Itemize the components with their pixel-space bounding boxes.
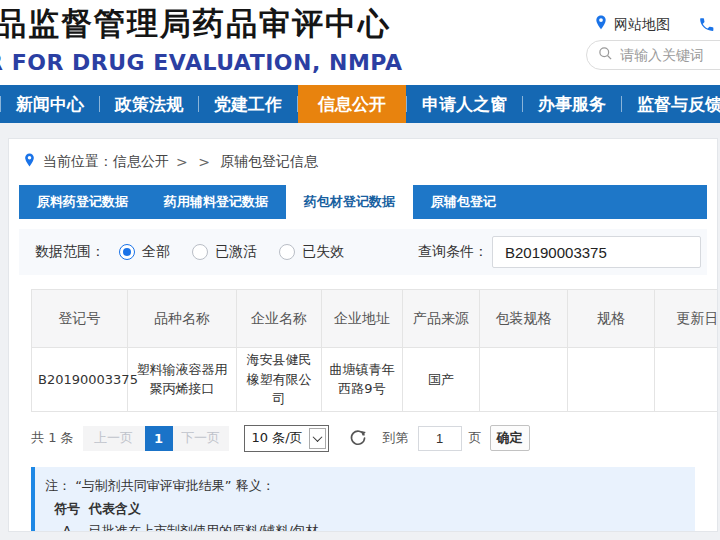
cell-update-date (655, 348, 719, 412)
note-meaning-header: 代表含义 (89, 499, 141, 519)
main-nav: 新闻中心 政策法规 党建工作 信息公开 申请人之窗 办事服务 监督与反馈 (0, 85, 720, 123)
chevron-down-icon (309, 428, 326, 449)
query-input[interactable] (492, 236, 701, 268)
sitemap-link[interactable]: 网站地图 (614, 16, 670, 34)
table-header-cell: 品种名称 (128, 290, 237, 348)
table-header-cell: 规格 (568, 290, 655, 348)
page-button-1[interactable]: 1 (145, 426, 173, 451)
radio-circle-icon (279, 244, 295, 260)
breadcrumb-separator: > > (176, 154, 213, 170)
breadcrumb-link-info-disclosure[interactable]: 信息公开 (113, 153, 169, 171)
radio-expired-label: 已失效 (302, 243, 344, 261)
search-icon (598, 46, 613, 65)
phone-icon (698, 16, 715, 33)
site-titles: 国家药品监督管理局药品审评中心 CENTER FOR DRUG EVALUATI… (0, 3, 402, 75)
table-header-cell: 登记号 (32, 290, 128, 348)
query-label: 查询条件： (418, 243, 488, 261)
radio-all[interactable]: 全部 (119, 243, 170, 261)
nav-item-applicant-window[interactable]: 申请人之窗 (407, 85, 522, 123)
radio-expired[interactable]: 已失效 (279, 243, 344, 261)
radio-activated[interactable]: 已激活 (192, 243, 257, 261)
cell-packaging-spec (480, 348, 568, 412)
note-title: 注： “与制剂共同审评审批结果” 释义： (45, 476, 681, 496)
scope-label: 数据范围： (35, 243, 105, 261)
nav-item-policy[interactable]: 政策法规 (100, 85, 198, 123)
cell-spec (568, 348, 655, 412)
note-box: 注： “与制剂共同审评审批结果” 释义： 符号 代表含义 A 已批准在上市制剂使… (31, 467, 695, 533)
note-column-headers: 符号 代表含义 (45, 499, 681, 519)
table-header-row: 登记号 品种名称 企业名称 企业地址 产品来源 包装规格 规格 更新日期 (32, 290, 719, 348)
note-row: A 已批准在上市制剂使用的原料/辅料/包材。 (45, 521, 681, 533)
cell-company-name: 海安县健民橡塑有限公司 (237, 348, 322, 412)
breadcrumb-current: 原辅包登记信息 (220, 153, 318, 171)
site-title-cn: 国家药品监督管理局药品审评中心 (0, 3, 402, 45)
table-header-cell: 企业名称 (237, 290, 322, 348)
search-box[interactable] (586, 40, 720, 70)
total-count: 共 1 条 (31, 429, 74, 447)
cell-product-source: 国产 (403, 348, 480, 412)
location-pin-icon (23, 152, 36, 172)
table-row: B20190003375 塑料输液容器用聚丙烯接口 海安县健民橡塑有限公司 曲塘… (32, 348, 719, 412)
page-size-select[interactable]: 10 条/页 (244, 425, 329, 452)
cell-company-address: 曲塘镇青年西路9号 (322, 348, 403, 412)
nav-item-info-disclosure[interactable]: 信息公开 (298, 85, 406, 123)
page-size-value: 10 条/页 (252, 429, 303, 447)
radio-all-label: 全部 (142, 243, 170, 261)
table-header-cell: 企业地址 (322, 290, 403, 348)
refresh-button[interactable] (349, 429, 367, 447)
nav-item-news[interactable]: 新闻中心 (1, 85, 99, 123)
header-topbar: 网站地图 (594, 14, 715, 35)
breadcrumb-prefix: 当前位置： (43, 153, 113, 171)
tab-api-registration-data[interactable]: 原料药登记数据 (19, 185, 146, 219)
page-background: 当前位置： 信息公开 > > 原辅包登记信息 原料药登记数据 药用辅料登记数据 … (0, 123, 720, 540)
data-table: 登记号 品种名称 企业名称 企业地址 产品来源 包装规格 规格 更新日期 B20… (31, 289, 718, 412)
cell-product-name: 塑料输液容器用聚丙烯接口 (128, 348, 237, 412)
site-title-en: CENTER FOR DRUG EVALUATION, NMPA (0, 50, 402, 75)
nav-item-services[interactable]: 办事服务 (523, 85, 621, 123)
note-symbol: A (45, 521, 89, 533)
note-meaning: 已批准在上市制剂使用的原料/辅料/包材。 (89, 521, 332, 533)
tab-raw-aux-pack-registration[interactable]: 原辅包登记 (413, 185, 514, 219)
refresh-icon (349, 429, 367, 447)
tab-bar: 原料药登记数据 药用辅料登记数据 药包材登记数据 原辅包登记 (19, 185, 707, 219)
note-symbol-header: 符号 (45, 499, 89, 519)
table-header-cell: 更新日期 (655, 290, 719, 348)
goto-page-input[interactable] (418, 426, 462, 451)
site-header: 国家药品监督管理局药品审评中心 CENTER FOR DRUG EVALUATI… (0, 0, 720, 85)
radio-activated-label: 已激活 (215, 243, 257, 261)
next-page-button[interactable]: 下一页 (173, 426, 229, 451)
nav-item-supervision-feedback[interactable]: 监督与反馈 (622, 85, 720, 123)
goto-page-label: 到第 (383, 429, 409, 447)
nav-item-party-building[interactable]: 党建工作 (199, 85, 297, 123)
tab-excipient-registration-data[interactable]: 药用辅料登记数据 (146, 185, 286, 219)
location-pin-icon (594, 14, 608, 35)
search-input[interactable] (620, 47, 720, 63)
radio-circle-icon (192, 244, 208, 260)
table-header-cell: 包装规格 (480, 290, 568, 348)
pagination: 共 1 条 上一页 1 下一页 10 条/页 到第 页 确定 (31, 425, 717, 452)
page-unit-label: 页 (469, 429, 482, 447)
cell-registration-no: B20190003375 (32, 348, 128, 412)
confirm-button[interactable]: 确定 (490, 425, 530, 451)
filter-bar: 数据范围： 全部 已激活 已失效 查询条件： (19, 229, 707, 275)
radio-circle-checked-icon (119, 244, 135, 260)
breadcrumb: 当前位置： 信息公开 > > 原辅包登记信息 (9, 139, 717, 181)
tab-packaging-registration-data[interactable]: 药包材登记数据 (286, 185, 413, 219)
table-header-cell: 产品来源 (403, 290, 480, 348)
prev-page-button[interactable]: 上一页 (83, 426, 145, 451)
content-panel: 当前位置： 信息公开 > > 原辅包登记信息 原料药登记数据 药用辅料登记数据 … (8, 138, 718, 532)
